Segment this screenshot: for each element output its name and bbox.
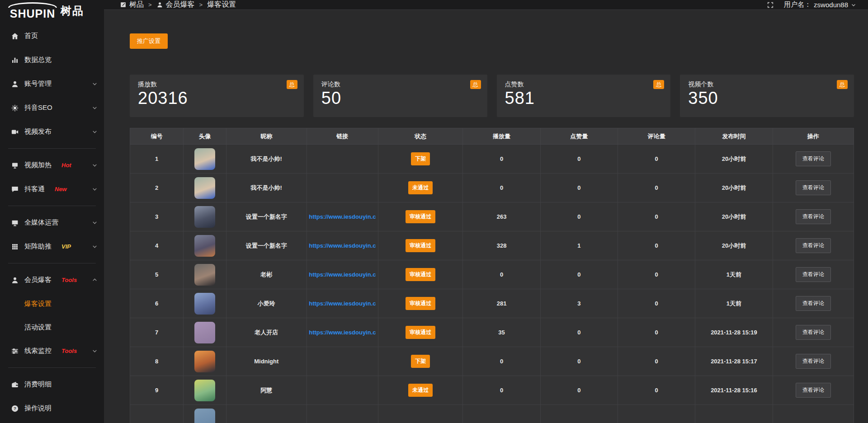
- chat-icon: [11, 185, 19, 193]
- sidebar-item-视频加热[interactable]: 视频加热Hot: [0, 153, 104, 177]
- cell-comments: 0: [618, 289, 695, 318]
- sidebar-item-矩阵助推[interactable]: 矩阵助推VIP: [0, 235, 104, 258]
- sidebar-item-抖音SEO[interactable]: 抖音SEO: [0, 96, 104, 120]
- sliders-icon: [11, 347, 19, 355]
- cell-action: 查看评论: [773, 289, 854, 318]
- view-comments-button[interactable]: 查看评论: [796, 209, 831, 224]
- username-value: zswodun88: [814, 1, 848, 9]
- cell-nickname: 我不是小帅!: [226, 145, 307, 174]
- sidebar-divider: [8, 367, 96, 368]
- cell-link: [307, 376, 378, 405]
- sidebar-item-数据总览[interactable]: 数据总览: [0, 48, 104, 72]
- cell-status: 审核通过: [378, 202, 463, 231]
- view-comments-button[interactable]: 查看评论: [796, 296, 831, 311]
- video-link[interactable]: https://www.iesdouyin.c: [309, 300, 376, 307]
- sidebar-item-操作说明[interactable]: ?操作说明: [0, 396, 104, 420]
- topbar: 树品>会员爆客>爆客设置 用户名：zswodun88: [104, 0, 868, 10]
- promo-settings-button[interactable]: 推广设置: [130, 33, 168, 49]
- view-comments-button[interactable]: 查看评论: [796, 383, 831, 398]
- view-comments-button[interactable]: 查看评论: [796, 238, 831, 253]
- sidebar-item-视频发布[interactable]: 视频发布: [0, 120, 104, 144]
- sidebar: SHUPIN 树品 首页数据总览账号管理抖音SEO视频发布视频加热Hot抖客通N…: [0, 0, 104, 423]
- breadcrumb-item-3[interactable]: 爆客设置: [207, 0, 236, 9]
- status-badge-button[interactable]: 审核通过: [406, 268, 435, 281]
- sidebar-item-label: 操作说明: [24, 404, 52, 413]
- sidebar-item-badge: Hot: [61, 162, 71, 169]
- cell-id: 5: [130, 260, 184, 289]
- status-badge-button[interactable]: 下架: [411, 355, 430, 368]
- cell-plays: 281: [463, 289, 540, 318]
- sidebar-subitem-爆客设置[interactable]: 爆客设置: [0, 292, 104, 315]
- cell-action: 查看评论: [773, 376, 854, 405]
- cell-comments: 0: [618, 202, 695, 231]
- view-comments-button[interactable]: 查看评论: [796, 180, 831, 195]
- view-comments-button[interactable]: 查看评论: [796, 267, 831, 282]
- status-badge-button[interactable]: 下架: [411, 152, 430, 165]
- sidebar-item-首页[interactable]: 首页: [0, 24, 104, 48]
- video-link[interactable]: https://www.iesdouyin.c: [309, 213, 376, 220]
- avatar: [194, 351, 215, 372]
- video-link[interactable]: https://www.iesdouyin.c: [309, 242, 376, 249]
- cell-avatar: [184, 260, 226, 289]
- cell-avatar: [184, 145, 226, 174]
- cell-action: 查看评论: [773, 174, 854, 202]
- cell-time: 2021-11-28 15:19: [695, 318, 773, 347]
- cell-likes: 0: [540, 347, 618, 376]
- sidebar-subitem-label: 活动设置: [24, 323, 52, 332]
- sidebar-item-会员爆客[interactable]: 会员爆客Tools: [0, 268, 104, 292]
- cell-id: 3: [130, 202, 184, 231]
- sidebar-item-label: 抖客通: [24, 185, 45, 193]
- sidebar-item-全媒体运营[interactable]: 全媒体运营: [0, 211, 104, 235]
- column-header-头像: 头像: [184, 128, 226, 145]
- stat-total-badge: 总: [653, 80, 664, 89]
- video-link[interactable]: https://www.iesdouyin.c: [309, 329, 376, 336]
- chevron-down-icon: [92, 129, 98, 135]
- stat-value: 581: [505, 89, 663, 108]
- cell-time: 20小时前: [695, 145, 773, 174]
- status-badge-button[interactable]: 未通过: [408, 384, 433, 397]
- cell-status: 审核通过: [378, 260, 463, 289]
- sidebar-divider: [8, 206, 96, 206]
- cell-action: 查看评论: [773, 260, 854, 289]
- cell-action: 查看评论: [773, 145, 854, 174]
- cell-nickname: 老彬: [226, 260, 307, 289]
- status-badge-button[interactable]: 审核通过: [406, 210, 435, 223]
- cell-link: https://www.iesdouyin.c: [307, 289, 378, 318]
- cell-nickname: 设置一个新名字: [226, 202, 307, 231]
- cell-nickname: 阿慧: [226, 376, 307, 405]
- status-badge-button[interactable]: 审核通过: [406, 239, 435, 252]
- cell-comments: 0: [618, 145, 695, 174]
- status-badge-button[interactable]: 未通过: [408, 181, 433, 194]
- column-header-昵称: 昵称: [226, 128, 307, 145]
- stat-label: 视频个数: [688, 80, 846, 89]
- sidebar-item-消费明细[interactable]: 消费明细: [0, 372, 104, 396]
- status-badge-button[interactable]: 审核通过: [406, 297, 435, 310]
- view-comments-button[interactable]: 查看评论: [796, 354, 831, 369]
- stat-value: 50: [321, 89, 479, 108]
- view-comments-button[interactable]: 查看评论: [796, 151, 831, 166]
- table-row: 5老彬https://www.iesdouyin.c审核通过0001天前查看评论: [130, 260, 854, 289]
- breadcrumb-separator: >: [199, 1, 203, 8]
- user-menu[interactable]: 用户名：zswodun88: [784, 0, 856, 9]
- status-badge-button[interactable]: 审核通过: [406, 326, 435, 339]
- cell-avatar: [184, 231, 226, 260]
- stat-card-评论数: 评论数50总: [313, 75, 487, 117]
- cell-link: [307, 405, 378, 423]
- breadcrumb-item-2[interactable]: 会员爆客: [156, 0, 195, 9]
- gear-icon: [11, 104, 19, 112]
- sidebar-subitem-活动设置[interactable]: 活动设置: [0, 315, 104, 339]
- cell-plays: 0: [463, 145, 540, 174]
- sidebar-item-抖客通[interactable]: 抖客通New: [0, 177, 104, 201]
- chevron-down-icon: [92, 220, 98, 226]
- table-row: 9阿慧未通过0002021-11-28 15:16查看评论: [130, 376, 854, 405]
- video-link[interactable]: https://www.iesdouyin.c: [309, 271, 376, 278]
- sidebar-item-账号管理[interactable]: 账号管理: [0, 72, 104, 96]
- breadcrumb-item-1[interactable]: 树品: [120, 0, 144, 9]
- fullscreen-icon[interactable]: [767, 1, 774, 9]
- table-row: 2我不是小帅!未通过00020小时前查看评论: [130, 174, 854, 202]
- cell-link: [307, 347, 378, 376]
- view-comments-button[interactable]: 查看评论: [796, 325, 831, 340]
- sidebar-item-badge: Tools: [61, 348, 77, 354]
- logo[interactable]: SHUPIN 树品: [0, 0, 104, 22]
- sidebar-item-线索监控[interactable]: 线索监控Tools: [0, 339, 104, 363]
